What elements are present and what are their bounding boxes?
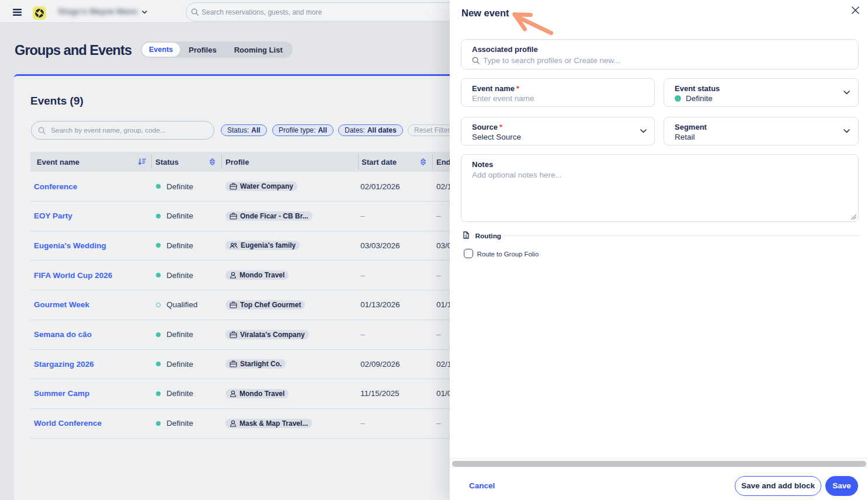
svg-text:$: $ [465,234,467,238]
